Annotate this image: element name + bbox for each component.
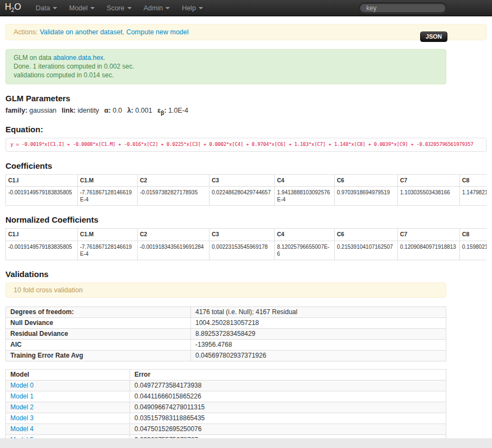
menu-label: Score	[107, 4, 125, 12]
actions-separator: ,	[122, 28, 126, 36]
column-header: C6	[335, 174, 398, 187]
menu-admin[interactable]: Admin	[138, 0, 176, 16]
error-value: 0.04411666015865226	[130, 391, 446, 402]
column-header: C7	[398, 174, 460, 187]
menu-label: Data	[36, 4, 50, 12]
param-value: 1.0E-4	[168, 107, 188, 114]
json-button[interactable]: JSON	[420, 32, 447, 42]
cell-value: 1.9413888103092576E-4	[275, 187, 335, 206]
cell-value: -0.0019183435619691284	[138, 241, 210, 260]
menu-data[interactable]: Data	[30, 0, 63, 16]
error-value: 0.035157983118865435	[130, 413, 446, 424]
error-value: 0.04972773584173938	[130, 380, 446, 391]
table-row: Model 30.035157983118865435	[6, 413, 446, 424]
table-row: Null Deviance1004.2502813057218	[6, 317, 446, 328]
column-header: C1.M	[78, 229, 138, 241]
param-label: link:	[61, 107, 76, 114]
table-row: Residual Deviance8.892537283458429	[6, 328, 446, 339]
model-cell: Model 4	[6, 424, 130, 434]
stat-label: Training Error Rate Avg	[6, 350, 191, 361]
glm-parameters-heading: GLM Parameters	[5, 94, 487, 103]
stat-label: Residual Deviance	[6, 328, 191, 339]
chevron-down-icon	[165, 7, 170, 9]
search-input[interactable]	[359, 3, 446, 13]
status-line-2: Done. 1 iterations computed in 0.002 sec…	[14, 62, 438, 71]
status-line-3: validations computed in 0.014 sec.	[14, 71, 438, 79]
coefficients-value-row: -0.0019149579183835805-7.761867128146619…	[6, 187, 487, 206]
column-header: C1.I	[6, 229, 78, 241]
actions-bar: Actions: Validate on another dataset, Co…	[5, 24, 487, 40]
status-text: GLM on data	[14, 54, 53, 62]
column-header: C1.M	[78, 174, 138, 187]
param-value: 0.001	[135, 107, 152, 114]
brand-logo[interactable]: H2O	[0, 2, 30, 13]
coefficients-table: C1.IC1.MC2C3C4C6C7C8 -0.0019149579183835…	[5, 174, 487, 206]
model-link[interactable]: Model 4	[10, 425, 34, 433]
dataset-link[interactable]: abalone.data.hex	[53, 54, 103, 62]
normalized-coefficients-heading: Normalized Coefficients	[5, 215, 487, 225]
table-row: Model 40.04750152695250076	[6, 424, 446, 434]
glm-parameters-line: family: gaussian link: identity α: 0.0 λ…	[5, 107, 487, 116]
error-column-header: Error	[130, 369, 446, 380]
actions-label: Actions:	[14, 28, 38, 36]
coefficients-heading: Coefficients	[5, 161, 487, 171]
stat-value: -13956.4768	[191, 339, 446, 350]
compute-model-link[interactable]: Compute new model	[126, 28, 189, 36]
stat-value: 0.045697802937371926	[191, 350, 446, 361]
normalized-coefficients-table: C1.IC1.MC2C3C4C6C7C8 -0.0019149579183835…	[5, 228, 487, 260]
table-row: Model 20.049096674278011315	[6, 402, 446, 413]
status-text: .	[103, 54, 105, 62]
validations-heading: Validations	[5, 269, 487, 279]
chevron-down-icon	[53, 7, 57, 9]
column-header: C8	[460, 174, 487, 187]
model-cell: Model 2	[6, 402, 130, 413]
status-alert: GLM on data abalone.data.hex. Done. 1 it…	[5, 49, 446, 84]
stat-label: AIC	[6, 339, 191, 350]
stat-value: 1004.2502813057218	[191, 317, 446, 328]
menu-model[interactable]: Model	[63, 0, 101, 16]
model-link[interactable]: Model 3	[10, 414, 34, 422]
menu-help[interactable]: Help	[176, 0, 209, 16]
brand-text: H	[5, 2, 11, 11]
cell-value: 0.21539104107162507	[335, 241, 398, 260]
cell-value: 0.00223153545969178	[210, 241, 275, 260]
model-link[interactable]: Model 1	[10, 392, 34, 400]
param-label: εβ:	[157, 107, 166, 114]
param-value: gaussian	[29, 107, 57, 114]
normalized-value-row: -0.0019149579183835805-7.761867128146619…	[6, 241, 487, 260]
column-header: C2	[138, 229, 210, 241]
menu-label: Model	[69, 4, 88, 12]
column-header: C7	[398, 229, 460, 241]
model-cell: Model 1	[6, 391, 130, 402]
cross-validation-note: 10 fold cross validation	[5, 283, 446, 298]
cell-value: 0.1598021851196412	[460, 241, 487, 260]
cell-value: 0.022486280429744657	[210, 187, 275, 206]
stat-label: Degrees of freedom:	[6, 306, 191, 317]
validate-dataset-link[interactable]: Validate on another dataset	[40, 28, 122, 36]
models-table: Model Error Model 00.04972773584173938Mo…	[5, 369, 446, 448]
coefficients-header-row: C1.IC1.MC2C3C4C6C7C8	[6, 174, 487, 187]
status-line-1: GLM on data abalone.data.hex.	[14, 53, 438, 62]
column-header: C6	[335, 229, 398, 241]
main-menu: Data Model Score Admin Help	[30, 0, 209, 16]
normalized-header-row: C1.IC1.MC2C3C4C6C7C8	[6, 229, 487, 241]
menu-score[interactable]: Score	[101, 0, 138, 16]
model-link[interactable]: Model 2	[10, 403, 34, 411]
error-value: 0.04750152695250076	[130, 424, 446, 434]
menu-label: Help	[182, 4, 196, 12]
chevron-down-icon	[127, 7, 132, 9]
column-header: C2	[138, 174, 210, 187]
cell-value: 0.9703918694979519	[335, 187, 398, 206]
column-header: C3	[210, 174, 275, 187]
chevron-down-icon	[199, 7, 203, 9]
page-content: JSON Actions: Validate on another datase…	[0, 24, 492, 448]
page-footer	[0, 438, 492, 448]
cell-value: -0.0019149579183835805	[6, 241, 78, 260]
brand-text: O	[14, 2, 21, 11]
validation-stats-table: Degrees of freedom:4176 total (i.e. Null…	[5, 306, 446, 361]
column-header: C4	[275, 229, 335, 241]
model-link[interactable]: Model 0	[10, 382, 34, 389]
param-label: α:	[104, 107, 111, 114]
chevron-down-icon	[90, 7, 95, 9]
param-value: identity	[78, 107, 100, 114]
